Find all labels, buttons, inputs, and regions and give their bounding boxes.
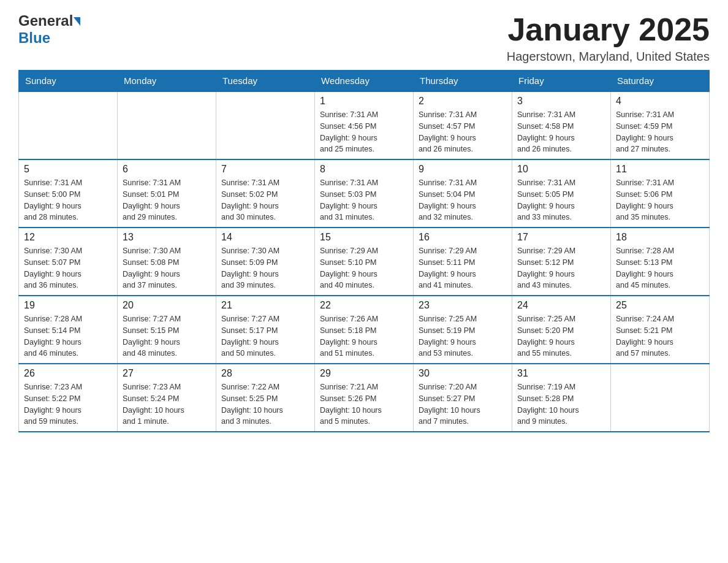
day-info-text: Sunrise: 7:31 AM Sunset: 4:56 PM Dayligh… [320, 109, 408, 155]
day-number: 1 [320, 96, 408, 107]
day-info-text: Sunrise: 7:23 AM Sunset: 5:24 PM Dayligh… [123, 381, 211, 427]
calendar-day-cell: 4Sunrise: 7:31 AM Sunset: 4:59 PM Daylig… [611, 91, 710, 159]
calendar-day-header: Monday [118, 71, 216, 92]
day-number: 7 [221, 164, 309, 175]
calendar-day-cell: 26Sunrise: 7:23 AM Sunset: 5:22 PM Dayli… [19, 364, 118, 432]
day-number: 10 [517, 164, 605, 175]
day-info-text: Sunrise: 7:31 AM Sunset: 5:01 PM Dayligh… [123, 177, 211, 223]
day-info-text: Sunrise: 7:22 AM Sunset: 5:25 PM Dayligh… [221, 381, 309, 427]
location-text: Hagerstown, Maryland, United States [507, 50, 710, 64]
calendar-day-cell: 11Sunrise: 7:31 AM Sunset: 5:06 PM Dayli… [611, 159, 710, 228]
calendar-week-row: 12Sunrise: 7:30 AM Sunset: 5:07 PM Dayli… [19, 228, 710, 296]
day-info-text: Sunrise: 7:29 AM Sunset: 5:10 PM Dayligh… [320, 245, 408, 291]
day-number: 15 [320, 232, 408, 243]
day-info-text: Sunrise: 7:25 AM Sunset: 5:20 PM Dayligh… [517, 313, 605, 359]
calendar-day-cell [611, 364, 710, 432]
day-info-text: Sunrise: 7:31 AM Sunset: 5:04 PM Dayligh… [419, 177, 507, 223]
day-info-text: Sunrise: 7:23 AM Sunset: 5:22 PM Dayligh… [24, 381, 112, 427]
calendar-day-cell: 23Sunrise: 7:25 AM Sunset: 5:19 PM Dayli… [414, 296, 512, 364]
calendar-day-cell: 6Sunrise: 7:31 AM Sunset: 5:01 PM Daylig… [118, 159, 216, 228]
calendar-day-cell [118, 91, 216, 159]
calendar-day-cell: 15Sunrise: 7:29 AM Sunset: 5:10 PM Dayli… [315, 228, 414, 296]
calendar-day-cell: 9Sunrise: 7:31 AM Sunset: 5:04 PM Daylig… [414, 159, 512, 228]
calendar-day-header: Friday [512, 71, 611, 92]
calendar-day-cell: 24Sunrise: 7:25 AM Sunset: 5:20 PM Dayli… [512, 296, 611, 364]
calendar-day-cell: 22Sunrise: 7:26 AM Sunset: 5:18 PM Dayli… [315, 296, 414, 364]
calendar-day-cell: 12Sunrise: 7:30 AM Sunset: 5:07 PM Dayli… [19, 228, 118, 296]
calendar-day-cell: 30Sunrise: 7:20 AM Sunset: 5:27 PM Dayli… [414, 364, 512, 432]
day-number: 30 [419, 368, 507, 379]
day-info-text: Sunrise: 7:20 AM Sunset: 5:27 PM Dayligh… [419, 381, 507, 427]
day-number: 19 [24, 300, 112, 311]
logo: General Blue [18, 12, 80, 47]
day-number: 21 [221, 300, 309, 311]
day-number: 13 [123, 232, 211, 243]
day-info-text: Sunrise: 7:31 AM Sunset: 4:58 PM Dayligh… [517, 109, 605, 155]
day-info-text: Sunrise: 7:31 AM Sunset: 5:06 PM Dayligh… [616, 177, 704, 223]
calendar-week-row: 5Sunrise: 7:31 AM Sunset: 5:00 PM Daylig… [19, 159, 710, 228]
day-number: 28 [221, 368, 309, 379]
calendar-day-cell: 27Sunrise: 7:23 AM Sunset: 5:24 PM Dayli… [118, 364, 216, 432]
day-info-text: Sunrise: 7:31 AM Sunset: 4:57 PM Dayligh… [419, 109, 507, 155]
day-number: 16 [419, 232, 507, 243]
day-info-text: Sunrise: 7:31 AM Sunset: 5:05 PM Dayligh… [517, 177, 605, 223]
day-info-text: Sunrise: 7:30 AM Sunset: 5:07 PM Dayligh… [24, 245, 112, 291]
calendar-day-cell: 8Sunrise: 7:31 AM Sunset: 5:03 PM Daylig… [315, 159, 414, 228]
day-info-text: Sunrise: 7:27 AM Sunset: 5:17 PM Dayligh… [221, 313, 309, 359]
calendar-day-cell: 5Sunrise: 7:31 AM Sunset: 5:00 PM Daylig… [19, 159, 118, 228]
calendar-day-cell: 19Sunrise: 7:28 AM Sunset: 5:14 PM Dayli… [19, 296, 118, 364]
day-info-text: Sunrise: 7:31 AM Sunset: 4:59 PM Dayligh… [616, 109, 704, 155]
calendar-day-header: Wednesday [315, 71, 414, 92]
day-info-text: Sunrise: 7:31 AM Sunset: 5:03 PM Dayligh… [320, 177, 408, 223]
calendar-day-cell: 31Sunrise: 7:19 AM Sunset: 5:28 PM Dayli… [512, 364, 611, 432]
day-number: 24 [517, 300, 605, 311]
day-info-text: Sunrise: 7:21 AM Sunset: 5:26 PM Dayligh… [320, 381, 408, 427]
logo-general-text: General [18, 12, 80, 29]
day-number: 29 [320, 368, 408, 379]
day-number: 3 [517, 96, 605, 107]
day-info-text: Sunrise: 7:28 AM Sunset: 5:13 PM Dayligh… [616, 245, 704, 291]
calendar-day-cell: 7Sunrise: 7:31 AM Sunset: 5:02 PM Daylig… [216, 159, 315, 228]
calendar-day-cell [19, 91, 118, 159]
title-block: January 2025 Hagerstown, Maryland, Unite… [507, 12, 710, 64]
logo-blue-label: Blue [18, 29, 80, 47]
calendar-day-cell: 14Sunrise: 7:30 AM Sunset: 5:09 PM Dayli… [216, 228, 315, 296]
day-info-text: Sunrise: 7:29 AM Sunset: 5:11 PM Dayligh… [419, 245, 507, 291]
day-info-text: Sunrise: 7:27 AM Sunset: 5:15 PM Dayligh… [123, 313, 211, 359]
calendar-day-cell: 2Sunrise: 7:31 AM Sunset: 4:57 PM Daylig… [414, 91, 512, 159]
calendar-day-header: Tuesday [216, 71, 315, 92]
calendar-week-row: 26Sunrise: 7:23 AM Sunset: 5:22 PM Dayli… [19, 364, 710, 432]
day-number: 6 [123, 164, 211, 175]
logo-triangle-icon [74, 17, 80, 26]
calendar-day-cell [216, 91, 315, 159]
day-info-text: Sunrise: 7:31 AM Sunset: 5:02 PM Dayligh… [221, 177, 309, 223]
day-info-text: Sunrise: 7:30 AM Sunset: 5:09 PM Dayligh… [221, 245, 309, 291]
month-title: January 2025 [507, 12, 710, 47]
calendar-day-header: Saturday [611, 71, 710, 92]
day-info-text: Sunrise: 7:19 AM Sunset: 5:28 PM Dayligh… [517, 381, 605, 427]
day-info-text: Sunrise: 7:28 AM Sunset: 5:14 PM Dayligh… [24, 313, 112, 359]
calendar-day-header: Thursday [414, 71, 512, 92]
day-info-text: Sunrise: 7:26 AM Sunset: 5:18 PM Dayligh… [320, 313, 408, 359]
day-number: 26 [24, 368, 112, 379]
day-number: 25 [616, 300, 704, 311]
calendar-day-cell: 28Sunrise: 7:22 AM Sunset: 5:25 PM Dayli… [216, 364, 315, 432]
day-number: 9 [419, 164, 507, 175]
calendar-day-cell: 13Sunrise: 7:30 AM Sunset: 5:08 PM Dayli… [118, 228, 216, 296]
day-number: 2 [419, 96, 507, 107]
day-number: 22 [320, 300, 408, 311]
page-header: General Blue January 2025 Hagerstown, Ma… [18, 12, 710, 64]
logo-general-label: General [18, 12, 73, 29]
day-number: 18 [616, 232, 704, 243]
day-number: 14 [221, 232, 309, 243]
calendar-day-cell: 3Sunrise: 7:31 AM Sunset: 4:58 PM Daylig… [512, 91, 611, 159]
day-info-text: Sunrise: 7:24 AM Sunset: 5:21 PM Dayligh… [616, 313, 704, 359]
day-info-text: Sunrise: 7:31 AM Sunset: 5:00 PM Dayligh… [24, 177, 112, 223]
calendar-day-cell: 17Sunrise: 7:29 AM Sunset: 5:12 PM Dayli… [512, 228, 611, 296]
calendar-day-cell: 29Sunrise: 7:21 AM Sunset: 5:26 PM Dayli… [315, 364, 414, 432]
calendar-day-cell: 16Sunrise: 7:29 AM Sunset: 5:11 PM Dayli… [414, 228, 512, 296]
calendar-week-row: 1Sunrise: 7:31 AM Sunset: 4:56 PM Daylig… [19, 91, 710, 159]
day-number: 27 [123, 368, 211, 379]
day-number: 23 [419, 300, 507, 311]
calendar-day-cell: 21Sunrise: 7:27 AM Sunset: 5:17 PM Dayli… [216, 296, 315, 364]
